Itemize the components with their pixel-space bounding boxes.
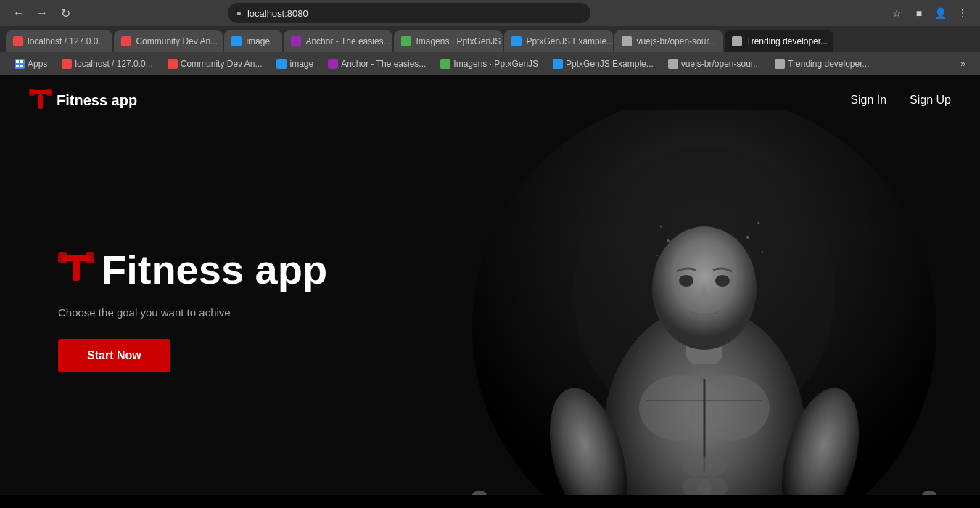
bookmark-label-trending: Trending developer... [788, 59, 869, 69]
browser-nav-buttons: ← → ↻ [9, 3, 75, 23]
tab-image[interactable]: image [224, 30, 282, 52]
sign-up-link[interactable]: Sign Up [910, 94, 951, 107]
lock-icon: ● [236, 8, 242, 18]
hero-content: Fitness app Choose the goal you want to … [0, 247, 385, 373]
bookmark-vuejs[interactable]: vuejs-br/open-sour... [662, 57, 766, 71]
svg-rect-3 [46, 89, 52, 96]
bookmark-pptx[interactable]: PptxGenJS Example... [547, 57, 659, 71]
tab-pptxgenjs[interactable]: PptxGenJS Example... [504, 30, 613, 52]
bookmarks-bar: Apps localhost / 127.0.0... Community De… [0, 52, 980, 75]
bookmark-favicon-trending [775, 59, 785, 69]
hero-athlete-image [458, 110, 951, 495]
start-now-button[interactable]: Start Now [58, 339, 170, 372]
tab-favicon-pptxgenjs [511, 36, 522, 46]
tab-vuejs[interactable]: vuejs-br/open-sour... [614, 30, 722, 52]
forward-button[interactable]: → [32, 3, 52, 23]
navbar-logo[interactable]: Fitness app [29, 87, 137, 113]
svg-point-24 [679, 275, 693, 287]
hero-section: Fitness app Choose the goal you want to … [0, 125, 980, 495]
svg-point-28 [656, 255, 658, 256]
browser-actions: ☆ ■ 👤 ⋮ [889, 4, 971, 22]
svg-rect-35 [73, 261, 80, 281]
tab-favicon-vuejs [622, 36, 632, 46]
tab-label-localhost: localhost / 127.0.0... [28, 36, 105, 46]
bookmark-label-imagens: Imagens · PptxGenJS [453, 59, 538, 69]
tab-favicon-imagens [401, 36, 411, 46]
tab-favicon-localhost [13, 36, 23, 46]
svg-rect-2 [29, 89, 35, 96]
logo-icon [29, 87, 52, 113]
nav-links: Sign In Sign Up [850, 94, 951, 107]
bookmark-favicon-anchor [328, 59, 338, 69]
tab-community[interactable]: Community Dev An... [114, 30, 223, 52]
navbar: Fitness app Sign In Sign Up [0, 75, 980, 125]
menu-icon[interactable]: ⋮ [954, 4, 971, 22]
svg-rect-36 [58, 252, 67, 263]
bookmark-label-community: Community Dev An... [181, 59, 263, 69]
bookmark-favicon-imagens [440, 59, 450, 69]
bookmark-label-apps: Apps [28, 59, 47, 69]
extensions-icon[interactable]: ■ [910, 4, 928, 22]
svg-point-27 [660, 226, 662, 228]
bookmark-favicon-pptx [553, 59, 563, 69]
tab-imagens[interactable]: Imagens · PptxGenJS [394, 30, 503, 52]
sign-in-link[interactable]: Sign In [850, 94, 886, 107]
svg-rect-8 [472, 491, 487, 495]
tab-label-pptxgenjs: PptxGenJS Example... [526, 36, 613, 46]
svg-point-31 [762, 251, 763, 253]
svg-point-26 [667, 239, 670, 242]
bookmark-label-vuejs: vuejs-br/open-sour... [681, 59, 760, 69]
bookmark-apps[interactable]: Apps [9, 57, 53, 71]
tab-favicon-trending [732, 36, 742, 46]
tab-favicon-image [231, 36, 242, 46]
bookmark-label-image: image [289, 59, 313, 69]
star-icon[interactable]: ☆ [889, 4, 906, 22]
bookmark-anchor[interactable]: Anchor - The easies... [322, 57, 432, 71]
tab-label-imagens: Imagens · PptxGenJS [416, 36, 501, 46]
bookmark-label-pptx: PptxGenJS Example... [566, 59, 654, 69]
svg-point-25 [715, 275, 730, 287]
svg-point-13 [690, 375, 770, 441]
bookmark-favicon-vuejs [668, 59, 678, 69]
svg-rect-37 [86, 252, 94, 263]
svg-rect-1 [38, 94, 43, 109]
app-content: Fitness app Sign In Sign Up [0, 75, 980, 495]
hero-logo: Fitness app [58, 247, 327, 292]
svg-point-29 [746, 236, 749, 239]
address-bar[interactable]: ● localhost:8080 [228, 3, 590, 23]
bookmarks-more-button[interactable]: » [955, 57, 971, 71]
tab-label-trending: Trending developer... [746, 36, 828, 46]
reload-button[interactable]: ↻ [55, 3, 75, 23]
tab-trending[interactable]: Trending developer... [725, 30, 833, 52]
hero-subtitle: Choose the goal you want to achive [58, 306, 327, 319]
bookmark-label-localhost: localhost / 127.0.0... [75, 59, 152, 69]
url-text: localhost:8080 [247, 8, 308, 19]
bookmark-favicon-community [168, 59, 178, 69]
bookmark-image[interactable]: image [271, 57, 319, 71]
bookmark-imagens[interactable]: Imagens · PptxGenJS [435, 57, 544, 71]
tab-label-vuejs: vuejs-br/open-sour... [636, 36, 715, 46]
tab-favicon-anchor [291, 36, 301, 46]
bookmark-community[interactable]: Community Dev An... [162, 57, 268, 71]
svg-point-17 [699, 455, 728, 477]
bookmark-localhost[interactable]: localhost / 127.0.0... [56, 57, 158, 71]
hero-logo-icon [58, 249, 94, 291]
bookmark-favicon-apps [15, 59, 25, 69]
profile-icon[interactable]: 👤 [932, 4, 950, 22]
browser-titlebar: ← → ↻ ● localhost:8080 ☆ ■ 👤 ⋮ [0, 0, 980, 26]
bookmark-favicon-image [276, 59, 287, 69]
tab-label-community: Community Dev An... [136, 36, 218, 46]
browser-chrome: ← → ↻ ● localhost:8080 ☆ ■ 👤 ⋮ localhost… [0, 0, 980, 75]
back-button[interactable]: ← [9, 3, 29, 23]
navbar-logo-text: Fitness app [57, 92, 137, 109]
tab-localhost[interactable]: localhost / 127.0.0... [6, 30, 112, 52]
svg-rect-10 [922, 491, 936, 495]
tab-favicon-community [121, 36, 131, 46]
hero-title: Fitness app [102, 247, 327, 292]
bookmark-label-anchor: Anchor - The easies... [341, 59, 426, 69]
tab-anchor[interactable]: Anchor - The easies... [284, 30, 392, 52]
tab-label-image: image [246, 36, 270, 46]
svg-point-30 [758, 222, 760, 224]
bookmark-trending[interactable]: Trending developer... [769, 57, 875, 71]
bookmark-favicon-localhost [62, 59, 72, 69]
